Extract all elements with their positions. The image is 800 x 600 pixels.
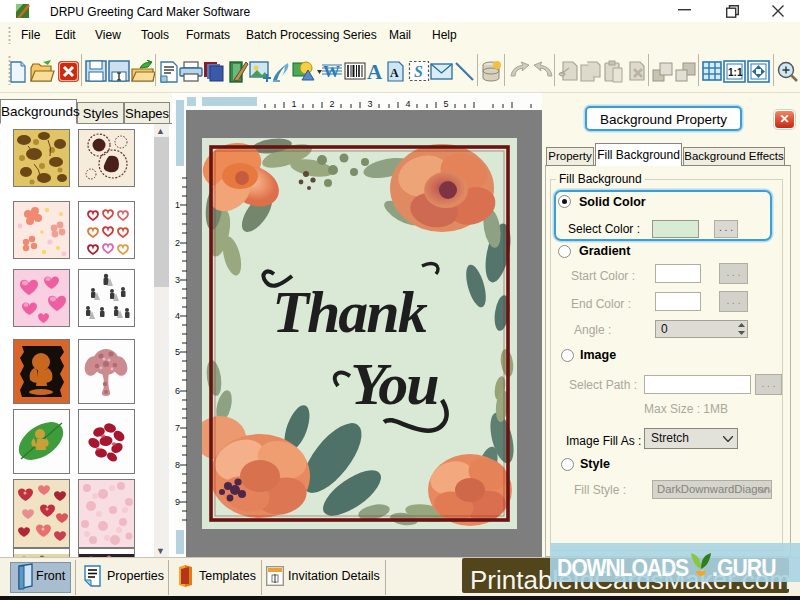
svg-text:6: 6: [175, 386, 180, 396]
svg-text:3: 3: [367, 99, 372, 109]
svg-text:3: 3: [175, 275, 180, 285]
svg-text:9: 9: [175, 497, 180, 507]
svg-text:1: 1: [291, 99, 296, 109]
svg-text:8: 8: [175, 460, 180, 470]
svg-text:4: 4: [175, 311, 180, 321]
svg-text:2: 2: [175, 238, 180, 248]
svg-text:1:1: 1:1: [728, 67, 743, 78]
svg-text:A: A: [390, 66, 399, 80]
svg-text:4: 4: [405, 99, 410, 109]
svg-text:A: A: [367, 60, 383, 83]
svg-text:S: S: [414, 63, 423, 80]
svg-text:5: 5: [175, 347, 180, 357]
svg-text:Thank: Thank: [272, 279, 427, 345]
svg-text:5: 5: [443, 99, 448, 109]
svg-text:You: You: [350, 351, 438, 417]
svg-text:7: 7: [175, 423, 180, 433]
svg-text:1: 1: [175, 200, 180, 210]
svg-text:2: 2: [329, 99, 334, 109]
